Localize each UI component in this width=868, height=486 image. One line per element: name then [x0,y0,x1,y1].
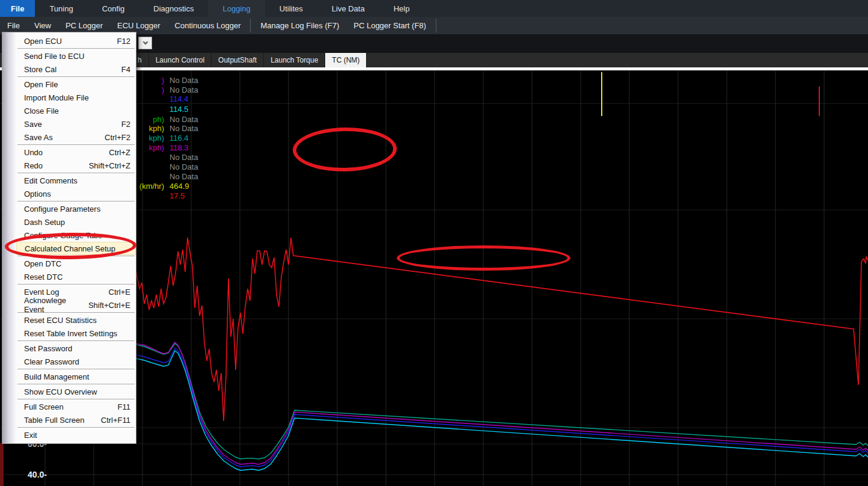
channel-value: 17.5 [170,191,185,200]
menu-item-configure-parameters[interactable]: Configure Parameters [16,202,136,215]
menu-item-label: Open ECU [24,37,62,46]
toolbar-combo-dropdown[interactable] [138,37,152,49]
menu-item-save-as[interactable]: Save AsCtrl+F2 [16,131,136,144]
menu-item-shortcut: Shift+Ctrl+Z [89,161,130,170]
toolbar-item-manage-log-files-f7[interactable]: Manage Log Files (F7) [253,21,346,30]
menubar-item-help[interactable]: Help [379,0,424,17]
menu-item-label: Set Password [24,344,72,353]
menu-item-show-ecu-overview[interactable]: Show ECU Overview [16,385,136,398]
menu-item-label: Configure Parameters [24,205,100,214]
menu-item-edit-comments[interactable]: Edit Comments [16,174,136,187]
toolbar-item-continuous-logger[interactable]: Continuous Logger [168,21,248,30]
menu-item-label: Close File [24,106,59,115]
menu-item-label: Edit Comments [24,176,78,185]
menubar-item-utilites[interactable]: Utilites [265,0,317,17]
menu-item-options[interactable]: Options [16,187,136,200]
channel-value: No Data [170,115,198,124]
menu-separator [17,173,135,173]
channel-value: No Data [170,162,198,171]
menu-item-store-cal[interactable]: Store CalF4 [16,63,136,76]
channel-value: No Data [170,153,198,162]
channel-value: No Data [170,172,198,181]
menu-item-redo[interactable]: RedoShift+Ctrl+Z [16,159,136,172]
menu-item-reset-dtc[interactable]: Reset DTC [16,270,136,283]
menu-separator [17,369,135,369]
toolbar-item-view[interactable]: View [27,21,58,30]
main-menubar: FileTuningConfigDiagnosticsLoggingUtilit… [0,0,868,17]
menubar-item-file[interactable]: File [0,0,35,17]
menu-separator [17,48,135,49]
menu-item-close-file[interactable]: Close File [16,104,136,117]
menu-item-label: Save [24,120,42,129]
menu-item-label: Store Cal [24,65,57,74]
menu-item-label: Redo [24,161,43,170]
menu-item-label: Reset DTC [24,272,63,281]
menu-item-label: Save As [24,133,53,142]
toolbar-item-pc-logger-start-f8[interactable]: PC Logger Start (F8) [346,21,433,30]
channel-value: 116.4 [170,134,189,143]
channel-value: 464.9 [170,182,189,191]
channel-value: 114.5 [170,105,189,114]
menubar-item-live-data[interactable]: Live Data [317,0,379,17]
menu-item-open-file[interactable]: Open File [16,78,136,91]
menu-item-label: Dash Setup [24,218,65,227]
tab-launch-torque[interactable]: Launch Torque [264,53,325,67]
menu-separator [17,284,135,285]
menu-item-label: Options [24,189,51,198]
channel-value: 114.4 [170,94,189,103]
menu-item-label: Send File to ECU [24,52,84,61]
menu-item-label: Reset Table Invert Settings [24,329,117,338]
menubar-item-diagnostics[interactable]: Diagnostics [139,0,208,17]
menu-item-save[interactable]: SaveF2 [16,117,136,131]
menu-item-label: Show ECU Overview [24,387,97,396]
menubar-item-tuning[interactable]: Tuning [35,0,87,17]
menu-item-label: Import Module File [24,93,89,102]
menu-item-dash-setup[interactable]: Dash Setup [16,215,136,229]
menu-item-undo[interactable]: UndoCtrl+Z [16,146,136,159]
menu-item-full-screen[interactable]: Full ScreenF11 [16,400,136,413]
tab-outputshaft[interactable]: OutputShaft [212,53,264,67]
menu-item-label: Open DTC [24,259,61,268]
menu-item-shortcut: F11 [118,402,130,411]
menu-item-label: Undo [24,148,43,157]
menu-item-open-ecu[interactable]: Open ECUF12 [16,34,136,48]
menu-item-label: Open File [24,80,58,89]
menu-item-reset-ecu-statistics[interactable]: Reset ECU Statistics [16,313,136,327]
menu-separator [17,76,135,77]
channel-value: No Data [170,85,198,94]
menu-item-acknowlege-event[interactable]: Acknowlege EventShift+Ctrl+E [16,298,136,312]
menu-item-shortcut: Ctrl+Z [109,148,130,157]
app-root: )No Data)No Data114.4114.5ph)No Datakph)… [0,0,868,486]
menubar-item-config[interactable]: Config [88,0,139,17]
menu-item-set-password[interactable]: Set Password [16,342,136,355]
menu-item-import-module-file[interactable]: Import Module File [16,91,136,104]
toolbar-separator [436,19,436,32]
menu-item-send-file-to-ecu[interactable]: Send File to ECU [16,49,136,63]
menu-item-shortcut: F2 [121,120,130,129]
menu-item-reset-table-invert-settings[interactable]: Reset Table Invert Settings [16,327,136,340]
menu-item-label: Table Full Screen [24,416,84,425]
menu-item-shortcut: Shift+Ctrl+E [88,301,130,310]
menu-separator [17,384,135,384]
menu-item-label: Exit [24,431,37,440]
toolbar-item-pc-logger[interactable]: PC Logger [58,21,110,30]
menu-item-shortcut: Ctrl+E [109,288,130,297]
menu-item-exit[interactable]: Exit [16,428,136,441]
chevron-down-icon [142,40,147,45]
menu-separator [17,144,135,145]
toolbar-item-ecu-logger[interactable]: ECU Logger [110,21,168,30]
trace-rear-axle-speed-magenta [136,342,868,464]
menu-item-build-management[interactable]: Build Management [16,370,136,383]
tab-tc-nm[interactable]: TC (NM) [325,53,367,67]
menu-item-label: Clear Password [24,357,79,366]
toolbar-item-file[interactable]: File [0,21,27,30]
trace-rear-axle-speed-teal [136,343,868,459]
trace-rear-axle-speed-cyan [136,351,868,470]
menubar-item-logging[interactable]: Logging [208,0,264,17]
menu-item-table-full-screen[interactable]: Table Full ScreenCtrl+F11 [16,413,136,426]
menu-item-shortcut: Ctrl+F11 [101,416,130,425]
menu-item-label: Event Log [24,288,60,297]
menu-item-clear-password[interactable]: Clear Password [16,355,136,368]
channel-value: No Data [170,124,198,133]
tab-launch-control[interactable]: Launch Control [149,53,212,67]
